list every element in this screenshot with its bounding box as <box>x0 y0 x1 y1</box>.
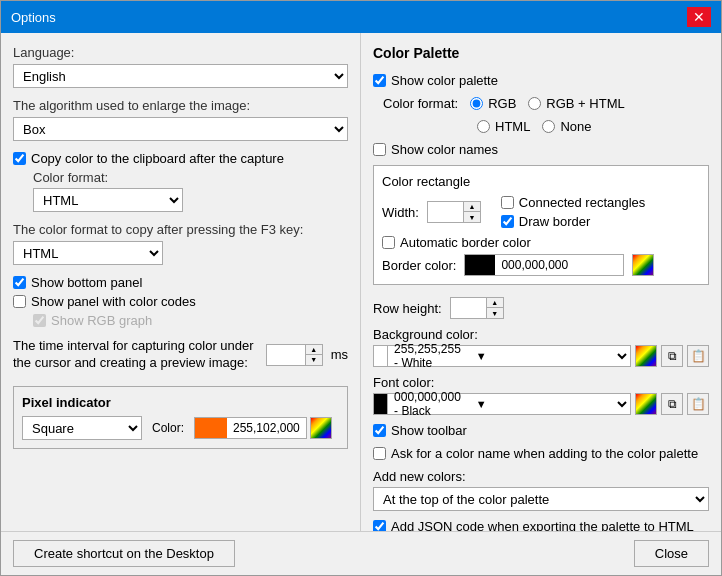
show-color-codes-checkbox[interactable] <box>13 295 26 308</box>
add-new-colors-group: Add new colors: At the top of the color … <box>373 469 709 511</box>
rect-checkboxes: Connected rectangles Draw border <box>501 195 645 229</box>
color-format-radios: Color format: RGB RGB + HTML <box>373 96 709 111</box>
ask-color-name-text: Ask for a color name when adding to the … <box>391 446 698 461</box>
row-height-input[interactable]: 18 <box>451 298 486 318</box>
font-copy-button[interactable]: ⧉ <box>661 393 683 415</box>
copy-color-checkbox[interactable] <box>13 152 26 165</box>
font-color-swatch <box>374 394 388 414</box>
language-select[interactable]: English <box>13 64 348 88</box>
bg-paste-button[interactable]: 📋 <box>687 345 709 367</box>
connected-rects-label[interactable]: Connected rectangles <box>501 195 645 210</box>
bg-color-label: Background color: <box>373 327 709 342</box>
show-color-names-checkbox[interactable] <box>373 143 386 156</box>
f3-select[interactable]: HTML <box>13 241 163 265</box>
html-radio[interactable] <box>477 120 490 133</box>
bg-copy-button[interactable]: ⧉ <box>661 345 683 367</box>
show-rgb-graph-label[interactable]: Show RGB graph <box>33 313 348 328</box>
border-color-picker[interactable] <box>632 254 654 276</box>
font-color-display: 000,000,000 - Black ▼ <box>373 393 631 415</box>
bg-color-picker[interactable] <box>635 345 657 367</box>
copy-color-checkbox-label[interactable]: Copy color to the clipboard after the ca… <box>13 151 348 166</box>
show-rgb-graph-checkbox[interactable] <box>33 314 46 327</box>
pixel-shape-select[interactable]: Square <box>22 416 142 440</box>
bg-color-swatch <box>374 346 388 366</box>
time-spinner: 150 ▲ ▼ <box>266 344 323 366</box>
rgb-html-radio-label[interactable]: RGB + HTML <box>528 96 624 111</box>
pixel-indicator-title: Pixel indicator <box>22 395 339 410</box>
show-toolbar-checkbox[interactable] <box>373 424 386 437</box>
rgb-radio-label[interactable]: RGB <box>470 96 516 111</box>
close-button[interactable]: Close <box>634 540 709 567</box>
pixel-color-code: 255,102,000 <box>227 421 306 435</box>
language-group: Language: English <box>13 45 348 88</box>
time-input[interactable]: 150 <box>267 345 305 365</box>
bg-color-group: Background color: 255,255,255 - White ▼ … <box>373 327 709 367</box>
show-color-names-label[interactable]: Show color names <box>373 142 709 157</box>
time-up-button[interactable]: ▲ <box>306 345 322 355</box>
show-toolbar-label[interactable]: Show toolbar <box>373 423 709 438</box>
width-input[interactable]: 30 <box>428 202 463 222</box>
draw-border-checkbox[interactable] <box>501 215 514 228</box>
font-paste-button[interactable]: 📋 <box>687 393 709 415</box>
none-radio-label[interactable]: None <box>542 119 591 134</box>
row-height-up-button[interactable]: ▲ <box>487 298 503 308</box>
algorithm-select[interactable]: Box <box>13 117 348 141</box>
ask-color-name-checkbox[interactable] <box>373 447 386 460</box>
dialog-body: Language: English The algorithm used to … <box>1 33 721 531</box>
width-down-button[interactable]: ▼ <box>464 212 480 222</box>
add-colors-select[interactable]: At the top of the color palette <box>373 487 709 511</box>
row-height-row: Row height: 18 ▲ ▼ <box>373 297 709 319</box>
bg-color-select[interactable]: ▼ <box>467 346 630 366</box>
width-up-button[interactable]: ▲ <box>464 202 480 212</box>
font-color-picker[interactable] <box>635 393 657 415</box>
rgb-html-label: RGB + HTML <box>546 96 624 111</box>
border-color-swatch <box>465 255 495 275</box>
row-height-spinner-buttons: ▲ ▼ <box>486 298 503 318</box>
color-format-select[interactable]: HTML <box>33 188 183 212</box>
add-json-label[interactable]: Add JSON code when exporting the palette… <box>373 519 709 531</box>
color-format-group: Color format: HTML <box>33 170 348 212</box>
color-format-label: Color format: <box>33 170 108 185</box>
language-label: Language: <box>13 45 348 60</box>
rgb-html-radio[interactable] <box>528 97 541 110</box>
time-down-button[interactable]: ▼ <box>306 355 322 365</box>
add-json-checkbox[interactable] <box>373 520 386 531</box>
show-bottom-panel-label[interactable]: Show bottom panel <box>13 275 348 290</box>
html-radio-label[interactable]: HTML <box>477 119 530 134</box>
right-section-title: Color Palette <box>373 45 709 61</box>
show-bottom-panel-checkbox[interactable] <box>13 276 26 289</box>
auto-border-group: Automatic border color Border color: 000… <box>382 235 700 276</box>
right-panel: Color Palette Show color palette Color f… <box>361 33 721 531</box>
none-radio[interactable] <box>542 120 555 133</box>
font-color-select[interactable]: ▼ <box>467 394 630 414</box>
pixel-color-picker[interactable] <box>310 417 332 439</box>
create-shortcut-button[interactable]: Create shortcut on the Desktop <box>13 540 235 567</box>
add-json-text: Add JSON code when exporting the palette… <box>391 519 694 531</box>
title-bar: Options ✕ <box>1 1 721 33</box>
color-rect-box: Color rectangle Width: 30 ▲ ▼ <box>373 165 709 285</box>
show-bottom-panel-text: Show bottom panel <box>31 275 142 290</box>
color-format-label: Color format: <box>383 96 458 111</box>
row-height-down-button[interactable]: ▼ <box>487 308 503 318</box>
connected-rects-checkbox[interactable] <box>501 196 514 209</box>
title-close-button[interactable]: ✕ <box>687 7 711 27</box>
show-color-names-text: Show color names <box>391 142 498 157</box>
show-palette-text: Show color palette <box>391 73 498 88</box>
panel-checkboxes: Show bottom panel Show panel with color … <box>13 275 348 328</box>
rgb-label: RGB <box>488 96 516 111</box>
font-color-group: Font color: 000,000,000 - Black ▼ ⧉ 📋 <box>373 375 709 415</box>
pixel-row: Square Color: 255,102,000 <box>22 416 339 440</box>
auto-border-checkbox[interactable] <box>382 236 395 249</box>
draw-border-label[interactable]: Draw border <box>501 214 645 229</box>
auto-border-label[interactable]: Automatic border color <box>382 235 700 250</box>
show-palette-checkbox[interactable] <box>373 74 386 87</box>
pixel-color-box: 255,102,000 <box>194 417 307 439</box>
font-color-row: 000,000,000 - Black ▼ ⧉ 📋 <box>373 393 709 415</box>
font-color-label: Font color: <box>373 375 709 390</box>
ask-color-name-label[interactable]: Ask for a color name when adding to the … <box>373 446 709 461</box>
rgb-radio[interactable] <box>470 97 483 110</box>
add-new-colors-label: Add new colors: <box>373 469 709 484</box>
show-rgb-graph-text: Show RGB graph <box>51 313 152 328</box>
show-palette-label[interactable]: Show color palette <box>373 73 709 88</box>
show-color-codes-label[interactable]: Show panel with color codes <box>13 294 348 309</box>
